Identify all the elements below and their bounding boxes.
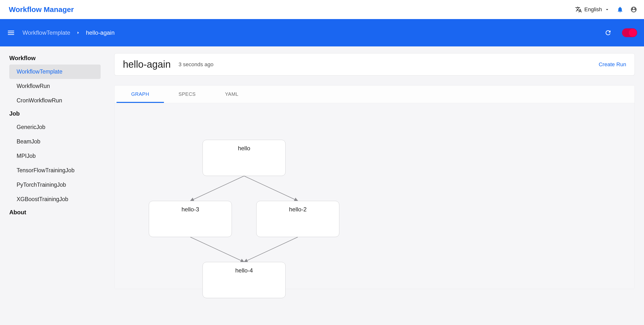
breadcrumb-root[interactable]: WorkflowTemplate: [22, 29, 70, 36]
workflow-header-card: hello-again 3 seconds ago Create Run: [114, 53, 635, 76]
graph-canvas[interactable]: hellohello-3hello-2hello-4: [114, 103, 634, 289]
graph-edge: [244, 176, 298, 201]
sidebar-item-workflowrun[interactable]: WorkflowRun: [9, 79, 101, 93]
menu-icon[interactable]: [7, 28, 15, 37]
graph-node-label: hello-4: [209, 267, 280, 274]
notifications-icon[interactable]: [617, 6, 624, 13]
graph-node-hello[interactable]: hello: [202, 140, 286, 176]
chevron-down-icon: [604, 7, 610, 12]
sidebar-section-title: Job: [9, 110, 101, 117]
graph-node-hello-3[interactable]: hello-3: [149, 201, 232, 237]
breadcrumb-leaf: hello-again: [86, 29, 114, 36]
tab-bar: GRAPHSPECSYAML: [114, 86, 634, 103]
graph-edges: [114, 103, 634, 289]
sidebar-item-xgboosttrainingjob[interactable]: XGBoostTrainingJob: [9, 192, 101, 206]
graph-edge: [190, 176, 244, 201]
tab-panel: GRAPHSPECSYAML hellohello-3hello-2hello-…: [114, 85, 635, 289]
graph-edge: [190, 237, 244, 262]
graph-node-hello-4[interactable]: hello-4: [202, 262, 286, 298]
toggle-knob: [629, 29, 637, 37]
sidebar-item-tensorflowtrainingjob[interactable]: TensorFlowTrainingJob: [9, 163, 101, 178]
main-content: hello-again 3 seconds ago Create Run GRA…: [105, 46, 644, 325]
graph-node-label: hello-2: [262, 206, 333, 213]
graph-node-hello-2[interactable]: hello-2: [256, 201, 339, 237]
create-run-button[interactable]: Create Run: [598, 61, 626, 68]
sidebar-item-workflowtemplate[interactable]: WorkflowTemplate: [9, 64, 101, 79]
graph-node-label: hello-3: [155, 206, 226, 213]
account-icon[interactable]: [630, 6, 637, 13]
live-toggle[interactable]: [622, 28, 637, 37]
sidebar-item-beamjob[interactable]: BeamJob: [9, 134, 101, 149]
bar-actions: [604, 28, 637, 37]
brand-title[interactable]: Workflow Manager: [9, 6, 74, 14]
breadcrumb-bar: WorkflowTemplate hello-again: [0, 19, 644, 46]
translate-icon: [575, 6, 582, 13]
sidebar-item-genericjob[interactable]: GenericJob: [9, 120, 101, 134]
app-header: Workflow Manager English: [0, 0, 644, 19]
header-actions: English: [575, 6, 637, 13]
sidebar-section-title[interactable]: About: [9, 209, 101, 216]
refresh-icon[interactable]: [604, 29, 612, 36]
workflow-updated: 3 seconds ago: [178, 61, 214, 68]
sidebar: WorkflowWorkflowTemplateWorkflowRunCronW…: [0, 46, 105, 325]
tab-graph[interactable]: GRAPH: [116, 86, 164, 103]
tab-yaml[interactable]: YAML: [210, 86, 253, 103]
sidebar-section-title: Workflow: [9, 55, 101, 62]
graph-node-label: hello: [209, 145, 280, 152]
graph-edge: [244, 237, 298, 262]
body: WorkflowWorkflowTemplateWorkflowRunCronW…: [0, 46, 644, 325]
chevron-right-icon: [76, 30, 80, 35]
sidebar-item-pytorchtrainingjob[interactable]: PyTorchTrainingJob: [9, 178, 101, 192]
language-label: English: [584, 6, 602, 13]
sidebar-item-mpijob[interactable]: MPIJob: [9, 149, 101, 163]
sidebar-item-cronworkflowrun[interactable]: CronWorkflowRun: [9, 93, 101, 108]
language-selector[interactable]: English: [575, 6, 610, 13]
workflow-title: hello-again: [123, 59, 171, 70]
tab-specs[interactable]: SPECS: [164, 86, 210, 103]
